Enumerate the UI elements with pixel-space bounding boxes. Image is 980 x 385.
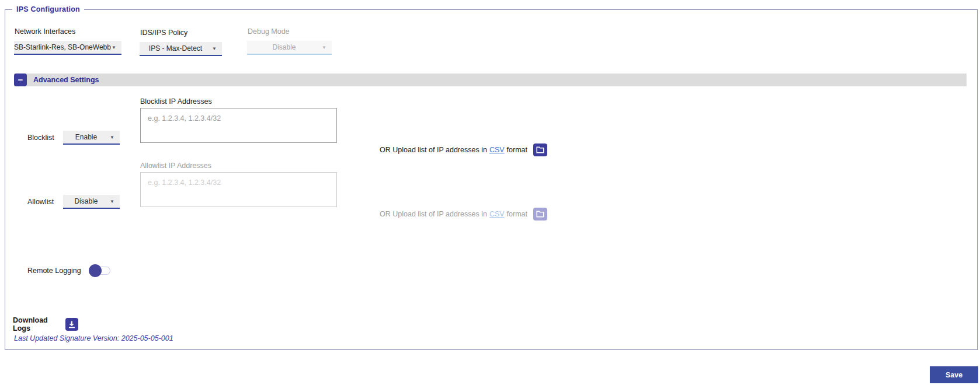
allowlist-csv-link: CSV (489, 210, 505, 218)
allowlist-mode-row: Allowlist Disable ▼ (27, 195, 120, 209)
remote-logging-label: Remote Logging (27, 267, 89, 275)
debug-mode-field: Debug Mode Disable ▼ (247, 27, 332, 55)
save-button[interactable]: Save (930, 366, 978, 383)
blocklist-upload-button[interactable] (533, 144, 547, 156)
blocklist-mode-value: Enable (75, 133, 97, 141)
advanced-settings-title: Advanced Settings (33, 76, 99, 84)
blocklist-upload-row: OR Upload list of IP addresses in CSV fo… (380, 143, 547, 156)
minus-icon: − (18, 75, 23, 84)
blocklist-ip-textarea[interactable] (140, 108, 337, 143)
network-interfaces-label: Network Interfaces (14, 27, 121, 36)
folder-upload-icon (536, 146, 544, 153)
chevron-down-icon: ▼ (112, 45, 116, 50)
debug-mode-value: Disable (272, 43, 296, 51)
blocklist-upload-text: OR Upload list of IP addresses in (380, 146, 487, 154)
allowlist-mode-value: Disable (74, 197, 98, 205)
allowlist-textarea-label: Allowlist IP Addresses (140, 162, 211, 170)
remote-logging-row: Remote Logging (27, 264, 111, 277)
ips-configuration-panel: IPS Configuration Network Interfaces SB-… (5, 5, 978, 350)
signature-version-text: Last Updated Signature Version: 2025-05-… (14, 334, 173, 342)
advanced-settings-bar: − Advanced Settings (14, 74, 967, 86)
remote-logging-toggle[interactable] (89, 264, 111, 277)
debug-mode-dropdown: Disable ▼ (247, 41, 332, 55)
allowlist-ip-textarea (140, 172, 337, 207)
allowlist-upload-row: OR Upload list of IP addresses in CSV fo… (380, 207, 547, 220)
page: IPS Configuration Network Interfaces SB-… (0, 0, 980, 385)
chevron-down-icon: ▼ (110, 199, 114, 204)
network-interfaces-value: SB-Starlink-Res, SB-OneWebb (14, 43, 111, 51)
ids-ips-policy-field: IDS/IPS Policy IPS - Max-Detect ▼ (140, 29, 222, 56)
allowlist-label: Allowlist (27, 198, 63, 206)
blocklist-label: Blocklist (27, 134, 63, 142)
blocklist-textarea-label: Blocklist IP Addresses (140, 97, 212, 106)
allowlist-upload-text-suffix: format (507, 210, 527, 218)
debug-mode-label: Debug Mode (247, 27, 332, 36)
download-logs-row: Download Logs (13, 318, 78, 331)
collapse-section-button[interactable]: − (14, 74, 27, 86)
download-icon (68, 321, 75, 328)
blocklist-upload-text-suffix: format (507, 146, 527, 154)
panel-title: IPS Configuration (12, 5, 84, 13)
folder-upload-icon (536, 211, 544, 218)
ids-ips-policy-dropdown[interactable]: IPS - Max-Detect ▼ (140, 42, 222, 56)
blocklist-mode-dropdown[interactable]: Enable ▼ (63, 131, 120, 145)
ids-ips-policy-value: IPS - Max-Detect (149, 44, 202, 52)
blocklist-mode-row: Blocklist Enable ▼ (27, 131, 120, 145)
allowlist-upload-button (533, 208, 547, 220)
download-logs-label: Download Logs (13, 316, 65, 332)
ids-ips-policy-label: IDS/IPS Policy (140, 29, 222, 37)
blocklist-csv-link[interactable]: CSV (489, 146, 505, 154)
network-interfaces-dropdown[interactable]: SB-Starlink-Res, SB-OneWebb ▼ (14, 41, 121, 55)
chevron-down-icon: ▼ (322, 45, 326, 50)
toggle-knob (89, 264, 102, 277)
download-logs-button[interactable] (65, 318, 78, 331)
allowlist-mode-dropdown[interactable]: Disable ▼ (63, 195, 120, 209)
allowlist-upload-text: OR Upload list of IP addresses in (380, 210, 487, 218)
network-interfaces-field: Network Interfaces SB-Starlink-Res, SB-O… (14, 27, 121, 55)
chevron-down-icon: ▼ (212, 46, 217, 51)
chevron-down-icon: ▼ (110, 135, 114, 140)
